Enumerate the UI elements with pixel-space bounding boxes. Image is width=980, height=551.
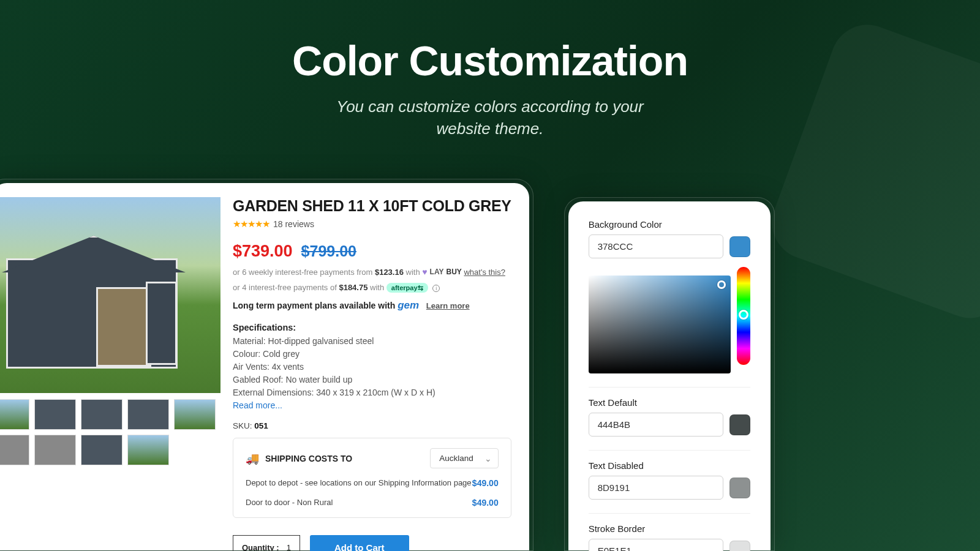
thumbnail[interactable] (0, 399, 29, 430)
product-rating: ★★★★★ 18 reviews (233, 219, 511, 230)
gem-line: Long term payment plans available with g… (233, 299, 511, 312)
product-thumbnails (0, 399, 221, 465)
saturation-picker[interactable] (589, 276, 731, 373)
spec-line: Gabled Roof: No water build up (233, 375, 511, 384)
thumbnail[interactable] (0, 435, 29, 465)
quantity-input[interactable]: Quantity : 1 (233, 535, 300, 551)
product-gallery (0, 197, 221, 550)
shipping-option: Door to door - Non Rural$49.00 (246, 498, 499, 508)
laybuy-badge: LAYBUY (422, 267, 462, 277)
color-field: Text Default (589, 397, 750, 437)
hue-slider[interactable] (737, 267, 750, 365)
spec-line: Air Vents: 4x vents (233, 362, 511, 372)
gem-badge: gem (398, 299, 419, 311)
review-count: 18 reviews (273, 219, 314, 229)
info-icon[interactable]: i (432, 285, 440, 292)
color-field: Stroke Border (589, 523, 750, 551)
hex-input[interactable] (589, 539, 723, 551)
afterpay-line: or 4 interest-free payments of $184.75 w… (233, 283, 511, 292)
truck-icon: 🚚 (246, 452, 259, 465)
product-preview-panel: GARDEN SHED 11 X 10FT COLD GREY ★★★★★ 18… (0, 183, 529, 550)
whats-this-link[interactable]: what's this? (464, 268, 505, 277)
color-field-label: Background Color (589, 219, 750, 230)
hex-input[interactable] (589, 413, 723, 437)
color-swatch[interactable] (729, 236, 750, 257)
afterpay-badge: afterpay⇆ (386, 283, 428, 293)
specs-heading: Specifications: (233, 323, 511, 332)
color-field-label: Text Disabled (589, 460, 750, 471)
spec-line: Colour: Cold grey (233, 349, 511, 359)
color-field: Text Disabled (589, 460, 750, 500)
color-field-label: Text Default (589, 397, 750, 408)
color-settings-panel: Background Color Text Default Text Disab… (568, 201, 771, 550)
color-swatch[interactable] (729, 478, 750, 498)
shipping-box: 🚚 SHIPPING COSTS TO Auckland Depot to de… (233, 438, 511, 518)
location-select[interactable]: Auckland (430, 448, 499, 468)
learn-more-link[interactable]: Learn more (426, 301, 470, 310)
hue-cursor[interactable] (739, 310, 748, 320)
shipping-option: Depot to depot - see locations on our Sh… (246, 478, 499, 488)
laybuy-line: or 6 weekly interest-free payments from … (233, 267, 511, 277)
thumbnail[interactable] (34, 399, 76, 430)
sale-price: $739.00 (233, 242, 293, 261)
thumbnail[interactable] (34, 435, 76, 465)
product-title: GARDEN SHED 11 X 10FT COLD GREY (233, 197, 511, 215)
sku-row: SKU: 051 (233, 421, 511, 430)
color-swatch[interactable] (729, 541, 750, 552)
star-icons: ★★★★★ (233, 219, 270, 230)
shipping-label: SHIPPING COSTS TO (265, 454, 352, 463)
thumbnail[interactable] (174, 399, 216, 430)
divider (589, 387, 750, 388)
hex-input[interactable] (589, 476, 723, 500)
spec-line: Material: Hot-dipped galvanised steel (233, 336, 511, 346)
thumbnail[interactable] (127, 435, 169, 465)
divider (589, 450, 750, 451)
divider (589, 513, 750, 514)
thumbnail[interactable] (81, 399, 123, 430)
thumbnail[interactable] (81, 435, 123, 465)
spec-line: External Dimensions: 340 x 319 x 210cm (… (233, 388, 511, 397)
color-field-label: Stroke Border (589, 523, 750, 534)
read-more-link[interactable]: Read more... (233, 400, 282, 410)
product-details: GARDEN SHED 11 X 10FT COLD GREY ★★★★★ 18… (233, 197, 511, 550)
color-field: Background Color (589, 219, 750, 373)
add-to-cart-button[interactable]: Add to Cart (310, 535, 409, 551)
hex-input[interactable] (589, 234, 723, 258)
picker-cursor[interactable] (717, 280, 726, 289)
color-swatch[interactable] (729, 414, 750, 435)
original-price: $799.00 (301, 242, 356, 260)
thumbnail[interactable] (127, 399, 169, 430)
product-main-image[interactable] (0, 197, 221, 393)
